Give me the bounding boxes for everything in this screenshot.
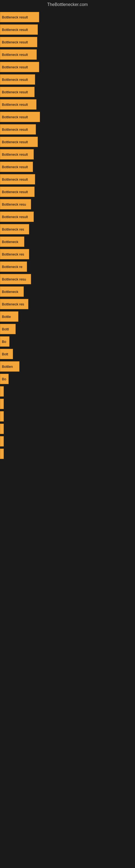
bars-container: Bottleneck resultBottleneck resultBottle… (0, 9, 135, 464)
bar-item: | (0, 411, 135, 422)
bar-label-9: Bottleneck result (2, 127, 28, 131)
bar-label-25: Bottl (2, 327, 9, 331)
bar-item: Bottleneck result (0, 62, 135, 72)
bar-29: Bo (0, 374, 9, 384)
bar-label-13: Bottleneck result (2, 177, 28, 182)
bar-item: Bottleneck result (0, 50, 135, 60)
bar-label-8: Bottleneck result (2, 115, 28, 119)
bar-item: Bottleneck result (0, 174, 135, 184)
bar-label-27: Bott (2, 352, 8, 356)
bar-item: Bottleneck result (0, 149, 135, 159)
bar-item: Bottleneck resu (0, 199, 135, 209)
bar-label-24: Bottle (2, 315, 11, 319)
bar-item: | (0, 386, 135, 397)
bar-item: Bottleneck re (0, 261, 135, 272)
bar-label-1: Bottleneck result (2, 28, 28, 32)
bar-item: Bottleneck result (0, 12, 135, 22)
bar-label-0: Bottleneck result (2, 15, 28, 19)
bar-item: Bo (0, 336, 135, 347)
bar-item: Bottleneck result (0, 137, 135, 147)
bar-21: Bottleneck resu (0, 274, 31, 284)
bar-18: Bottleneck (0, 237, 24, 247)
bar-4: Bottleneck result (0, 62, 39, 72)
bar-item: Bottleneck result (0, 74, 135, 85)
bar-label-14: Bottleneck result (2, 190, 28, 194)
bar-item: Bottleneck result (0, 212, 135, 222)
bar-27: Bott (0, 349, 13, 359)
bar-17: Bottleneck res (0, 224, 29, 235)
bar-12: Bottleneck result (0, 162, 33, 172)
bar-11: Bottleneck result (0, 149, 34, 159)
bar-label-23: Bottleneck res (2, 302, 24, 306)
bar-item: Bottle (0, 311, 135, 322)
bar-label-6: Bottleneck result (2, 90, 28, 94)
bar-item: Bottleneck result (0, 37, 135, 47)
bar-6: Bottleneck result (0, 87, 35, 97)
bar-label-26: Bo (2, 340, 6, 344)
bar-28: Bottlen (0, 361, 19, 372)
bar-15: Bottleneck resu (0, 199, 31, 209)
bar-item: Bottl (0, 324, 135, 334)
bar-label-21: Bottleneck resu (2, 277, 26, 281)
bar-item: Bottleneck (0, 286, 135, 297)
bar-label-22: Bottleneck (2, 290, 18, 294)
bar-33 (0, 424, 4, 434)
bar-item: Bottleneck result (0, 112, 135, 122)
bar-item: Bottleneck result (0, 99, 135, 110)
bar-label-3: Bottleneck result (2, 53, 28, 57)
bar-item (0, 424, 135, 434)
bar-5: Bottleneck result (0, 74, 35, 85)
bar-label-7: Bottleneck result (2, 102, 28, 106)
bar-label-16: Bottleneck result (2, 215, 28, 219)
bar-item: Bottlen (0, 361, 135, 372)
bar-label-10: Bottleneck result (2, 140, 28, 144)
bar-22: Bottleneck (0, 286, 24, 297)
bar-30: | (0, 386, 4, 397)
bar-label-28: Bottlen (2, 365, 13, 369)
bar-24: Bottle (0, 311, 18, 322)
bar-35 (0, 448, 4, 459)
bar-2: Bottleneck result (0, 37, 37, 47)
bar-item: Bottleneck result (0, 24, 135, 35)
bar-label-2: Bottleneck result (2, 40, 28, 44)
bar-7: Bottleneck result (0, 99, 37, 110)
bar-19: Bottleneck res (0, 249, 29, 259)
bar-item: Bottleneck result (0, 162, 135, 172)
bar-25: Bottl (0, 324, 16, 334)
bar-1: Bottleneck result (0, 24, 38, 35)
bar-32: | (0, 411, 4, 422)
bar-item (0, 399, 135, 409)
bar-label-19: Bottleneck res (2, 252, 24, 256)
bar-item: Bo (0, 374, 135, 384)
bar-item: Bottleneck result (0, 187, 135, 197)
bar-14: Bottleneck result (0, 187, 35, 197)
bar-item: Bott (0, 349, 135, 359)
bar-26: Bo (0, 336, 9, 347)
bar-label-5: Bottleneck result (2, 78, 28, 82)
bar-label-17: Bottleneck res (2, 227, 24, 231)
bar-item: Bottleneck res (0, 249, 135, 259)
bar-16: Bottleneck result (0, 212, 34, 222)
bar-item: Bottleneck result (0, 124, 135, 134)
bar-0: Bottleneck result (0, 12, 39, 22)
site-title: TheBottlenecker.com (0, 0, 135, 9)
bar-item: Bottleneck resu (0, 274, 135, 284)
bar-item: Bottleneck res (0, 224, 135, 235)
bar-item: Bottleneck result (0, 87, 135, 97)
bar-item: Bottleneck (0, 237, 135, 247)
bar-label-18: Bottleneck (2, 240, 18, 244)
bar-item (0, 448, 135, 459)
bar-label-15: Bottleneck resu (2, 203, 26, 207)
bar-13: Bottleneck result (0, 174, 35, 184)
bar-8: Bottleneck result (0, 112, 40, 122)
bar-10: Bottleneck result (0, 137, 38, 147)
bar-label-20: Bottleneck re (2, 265, 22, 269)
bar-label-4: Bottleneck result (2, 65, 28, 69)
bar-31 (0, 399, 4, 409)
bar-23: Bottleneck res (0, 299, 28, 309)
bar-34 (0, 436, 4, 446)
bar-item (0, 436, 135, 446)
bar-item: Bottleneck res (0, 299, 135, 309)
bar-9: Bottleneck result (0, 124, 36, 134)
bar-label-12: Bottleneck result (2, 165, 28, 169)
